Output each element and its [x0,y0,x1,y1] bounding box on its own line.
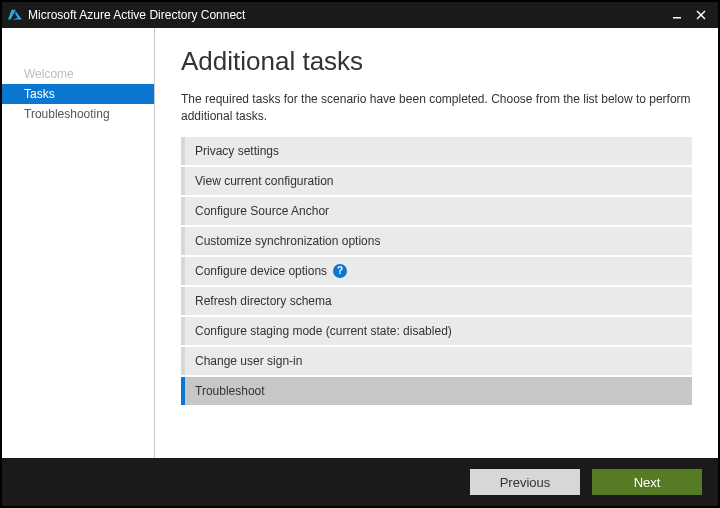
task-label: Customize synchronization options [195,234,380,248]
button-label: Previous [500,475,551,490]
footer: Previous Next [2,458,718,506]
titlebar: Microsoft Azure Active Directory Connect [2,2,718,28]
task-configure-device-options[interactable]: Configure device options ? [181,257,692,285]
help-icon[interactable]: ? [333,264,347,278]
task-label: Privacy settings [195,144,279,158]
previous-button[interactable]: Previous [470,469,580,495]
sidebar-item-welcome: Welcome [2,64,154,84]
sidebar-item-tasks[interactable]: Tasks [2,84,154,104]
task-customize-synchronization-options[interactable]: Customize synchronization options [181,227,692,255]
task-view-current-configuration[interactable]: View current configuration [181,167,692,195]
minimize-button[interactable] [666,6,688,24]
next-button[interactable]: Next [592,469,702,495]
main: Additional tasks The required tasks for … [155,28,718,458]
task-label: Configure staging mode (current state: d… [195,324,452,338]
page-title: Additional tasks [181,46,692,77]
body: Welcome Tasks Troubleshooting Additional… [2,28,718,458]
sidebar-item-troubleshooting[interactable]: Troubleshooting [2,104,154,124]
task-label: Troubleshoot [195,384,265,398]
page-description: The required tasks for the scenario have… [181,91,692,125]
task-troubleshoot[interactable]: Troubleshoot [181,377,692,405]
task-label: Change user sign-in [195,354,302,368]
sidebar-item-label: Troubleshooting [24,107,110,121]
sidebar-item-label: Welcome [24,67,74,81]
task-label: Refresh directory schema [195,294,332,308]
content: Additional tasks The required tasks for … [155,28,718,458]
task-refresh-directory-schema[interactable]: Refresh directory schema [181,287,692,315]
task-change-user-sign-in[interactable]: Change user sign-in [181,347,692,375]
task-configure-source-anchor[interactable]: Configure Source Anchor [181,197,692,225]
sidebar-item-label: Tasks [24,87,55,101]
task-label: Configure device options [195,264,327,278]
svg-rect-2 [673,17,681,19]
app-window: Microsoft Azure Active Directory Connect… [0,0,720,508]
button-label: Next [634,475,661,490]
sidebar: Welcome Tasks Troubleshooting [2,28,155,458]
azure-logo-icon [8,8,22,22]
task-configure-staging-mode[interactable]: Configure staging mode (current state: d… [181,317,692,345]
svg-marker-0 [8,10,16,20]
task-list: Privacy settings View current configurat… [181,137,692,405]
task-privacy-settings[interactable]: Privacy settings [181,137,692,165]
task-label: Configure Source Anchor [195,204,329,218]
window-title: Microsoft Azure Active Directory Connect [28,8,245,22]
task-label: View current configuration [195,174,334,188]
close-button[interactable] [690,6,712,24]
